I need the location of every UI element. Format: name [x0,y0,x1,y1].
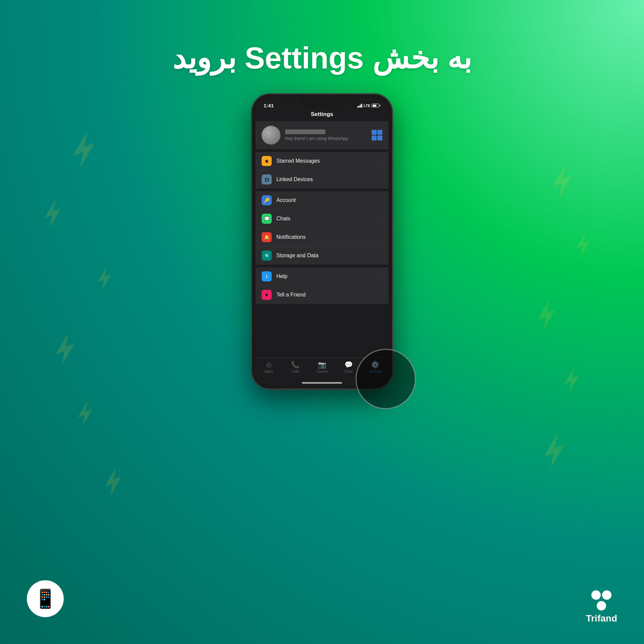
phone-notch [300,98,344,107]
signal-bar-2 [359,106,360,108]
storage-icon: N [262,251,272,261]
starred-messages-icon: ★ [262,156,272,166]
screen-content: Hey there! I am using WhatsApp. ★ Starre… [256,121,388,385]
page-header: به بخش Settings بروید [172,40,471,75]
profile-name [285,129,325,134]
settings-item-storage[interactable]: N Storage and Data › [256,247,388,265]
header-title: به بخش Settings بروید [172,40,471,75]
chevron-icon-7: › [381,274,382,279]
linked-devices-icon: ⊟ [262,174,272,184]
status-tab-label: Status [264,370,273,373]
camera-tab-icon: 📷 [318,361,326,369]
phone-body: 1:41 LTE [252,94,392,389]
profile-status: Hey there! I am using WhatsApp. [285,136,367,141]
storage-label: Storage and Data [276,253,376,259]
camera-tab-label: Camera [316,370,328,373]
trifand-dot-1 [591,590,601,600]
chevron-icon-5: › [381,235,382,240]
bottom-left-branding: 📱 [27,580,64,617]
account-label: Account [276,197,376,203]
phone-screen: 1:41 LTE [256,98,388,385]
chats-tab-icon: 💬 [344,361,353,369]
tab-calls[interactable]: 📞 Calls [282,361,309,373]
separator-1 [256,149,388,152]
settings-item-tell[interactable]: ♥ Tell a Friend › [256,286,388,304]
settings-item-account[interactable]: 🔑 Account › [256,191,388,210]
chevron-icon: › [381,159,382,164]
battery-icon [372,104,380,107]
screen-title: Settings [256,110,388,121]
calls-tab-label: Calls [292,370,299,373]
phone-icon: 📱 [34,588,57,610]
status-tab-icon: ◎ [266,361,272,369]
chevron-icon-8: › [381,292,382,298]
settings-section-2: 🔑 Account › 💬 Chats › 🔔 Notifications › [256,191,388,265]
qr-code-icon[interactable] [372,130,382,141]
qr-sq-2 [377,130,382,135]
avatar [262,126,280,145]
qr-sq-1 [372,130,377,135]
battery-tip [380,105,380,106]
trifand-dot-2 [602,590,611,600]
tab-status[interactable]: ◎ Status [256,361,282,373]
starred-messages-label: Starred Messages [276,158,376,164]
settings-item-help[interactable]: i Help › [256,267,388,286]
chevron-icon-6: › [381,253,382,258]
settings-item-notifications[interactable]: 🔔 Notifications › [256,228,388,247]
phone-mockup: 1:41 LTE [252,94,392,389]
status-time: 1:41 [264,103,274,108]
battery-body [372,104,379,107]
chevron-icon-2: › [381,177,382,182]
settings-item-starred[interactable]: ★ Starred Messages › [256,152,388,170]
separator-4 [256,304,388,358]
settings-highlight-circle [356,349,416,409]
calls-tab-icon: 📞 [291,361,300,369]
signal-bar-4 [361,104,362,108]
notifications-label: Notifications [276,234,376,240]
profile-info: Hey there! I am using WhatsApp. [285,129,367,141]
separator-3 [256,265,388,267]
linked-devices-label: Linked Devices [276,176,376,182]
home-indicator [302,382,342,384]
qr-sq-4 [377,136,382,141]
status-icons: LTE [357,104,380,108]
account-icon: 🔑 [262,195,272,205]
chevron-icon-4: › [381,216,382,221]
chats-icon: 💬 [262,214,272,224]
signal-bar-3 [360,105,361,108]
tell-friend-icon: ♥ [262,290,272,300]
avatar-image [262,126,280,145]
chats-label: Chats [276,216,376,222]
settings-section-3: i Help › ♥ Tell a Friend › [256,267,388,304]
carrier-label: LTE [364,104,370,108]
phone-icon-circle: 📱 [27,580,64,617]
tab-camera[interactable]: 📷 Camera [309,361,335,373]
trifand-name: Trifand [586,613,617,624]
trifand-branding: Trifand [586,590,617,624]
battery-fill [373,105,377,107]
help-label: Help [276,273,376,279]
settings-section-1: ★ Starred Messages › ⊟ Linked Devices › [256,152,388,189]
chats-tab-label: Chats [344,370,353,373]
chevron-icon-3: › [381,198,382,203]
trifand-dot-3 [597,601,606,610]
help-icon: i [262,271,272,281]
signal-icon [357,104,362,108]
settings-item-chats[interactable]: 💬 Chats › [256,210,388,228]
separator-2 [256,189,388,191]
settings-item-linked[interactable]: ⊟ Linked Devices › [256,170,388,189]
signal-bar-1 [357,106,358,108]
notifications-icon: 🔔 [262,232,272,242]
tell-friend-label: Tell a Friend [276,292,376,298]
qr-sq-3 [372,136,377,141]
profile-section[interactable]: Hey there! I am using WhatsApp. [256,121,388,149]
trifand-logo [588,590,615,610]
